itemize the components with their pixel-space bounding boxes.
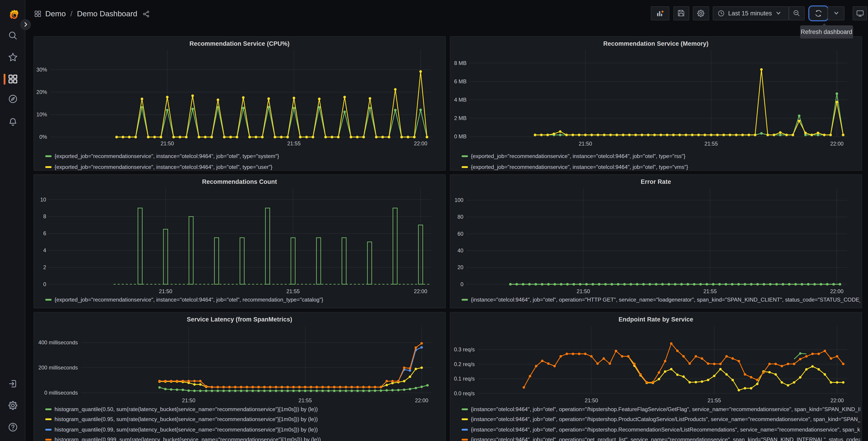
svg-text:21:50: 21:50 xyxy=(161,141,174,147)
svg-text:8 MB: 8 MB xyxy=(454,60,467,66)
svg-text:0.3 req/s: 0.3 req/s xyxy=(454,347,475,352)
svg-text:22:00: 22:00 xyxy=(830,141,843,147)
svg-text:22:00: 22:00 xyxy=(831,398,844,404)
svg-text:21:55: 21:55 xyxy=(704,141,718,147)
svg-text:21:55: 21:55 xyxy=(703,288,717,294)
svg-text:2 MB: 2 MB xyxy=(454,115,467,121)
svg-text:0: 0 xyxy=(43,281,46,287)
svg-text:40: 40 xyxy=(458,248,463,254)
svg-text:0.1 req/s: 0.1 req/s xyxy=(454,376,475,382)
svg-text:80: 80 xyxy=(458,214,463,220)
svg-text:400 milliseconds: 400 milliseconds xyxy=(38,340,78,346)
svg-text:21:50: 21:50 xyxy=(585,398,598,404)
svg-text:2: 2 xyxy=(43,264,46,270)
svg-text:21:50: 21:50 xyxy=(182,398,195,404)
svg-text:22:00: 22:00 xyxy=(830,288,843,294)
svg-text:21:55: 21:55 xyxy=(287,141,301,147)
svg-text:21:55: 21:55 xyxy=(299,398,312,404)
svg-text:21:50: 21:50 xyxy=(579,141,592,147)
svg-text:22:00: 22:00 xyxy=(414,288,427,294)
svg-text:21:55: 21:55 xyxy=(286,288,300,294)
svg-text:0.2 req/s: 0.2 req/s xyxy=(454,361,475,367)
svg-text:8: 8 xyxy=(43,213,46,219)
svg-text:4 MB: 4 MB xyxy=(454,97,467,103)
svg-text:10: 10 xyxy=(40,197,46,202)
svg-text:10%: 10% xyxy=(36,112,47,118)
svg-text:200 milliseconds: 200 milliseconds xyxy=(38,365,78,371)
svg-text:0%: 0% xyxy=(39,134,47,140)
svg-text:6: 6 xyxy=(43,231,46,236)
svg-text:20%: 20% xyxy=(36,89,47,95)
svg-text:100: 100 xyxy=(455,197,463,203)
svg-text:20: 20 xyxy=(458,264,463,270)
svg-text:0: 0 xyxy=(461,281,463,287)
svg-text:0.0 req/s: 0.0 req/s xyxy=(454,390,475,396)
svg-text:21:50: 21:50 xyxy=(577,288,590,294)
svg-text:0 MB: 0 MB xyxy=(454,134,467,140)
svg-text:21:50: 21:50 xyxy=(159,288,172,294)
svg-text:6 MB: 6 MB xyxy=(454,79,467,85)
svg-text:4: 4 xyxy=(43,247,46,253)
svg-text:22:00: 22:00 xyxy=(414,141,427,147)
svg-text:21:55: 21:55 xyxy=(708,398,721,404)
svg-text:22:00: 22:00 xyxy=(415,398,428,404)
svg-text:30%: 30% xyxy=(36,67,47,73)
svg-text:60: 60 xyxy=(458,231,463,237)
svg-text:0 milliseconds: 0 milliseconds xyxy=(44,390,78,396)
